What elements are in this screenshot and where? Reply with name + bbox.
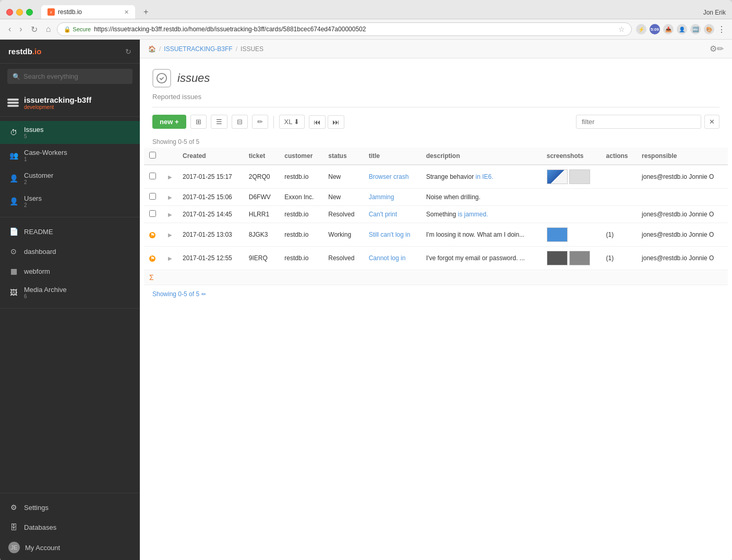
expand-arrow[interactable]: ▶ [168,174,172,180]
row-title[interactable]: Browser crash [364,165,421,189]
row-status: Resolved [323,206,363,223]
grid-view-button[interactable]: ⊞ [190,115,207,129]
forward-button[interactable]: › [17,23,24,35]
page-title: issues [177,71,210,85]
screenshot-thumb-2[interactable] [569,251,590,265]
tab-favicon: r [47,8,55,16]
sidebar-item-users[interactable]: 👤 Users 2 [0,190,140,213]
sidebar-item-databases[interactable]: 🗄 Databases [0,517,140,537]
breadcrumb-home[interactable]: 🏠 [148,45,156,53]
sidebar-item-issues[interactable]: ⏱ Issues 5 [0,121,140,144]
expand-arrow[interactable]: ▶ [168,212,172,217]
search-box[interactable]: 🔍 [7,69,133,84]
tools-section: 📄 README ⊙ dashboard ▦ webform 🖼 Media A… [0,217,140,309]
breadcrumb-db[interactable]: ISSUETRACKING-B3FF [164,45,232,53]
account-icon: JE [8,542,20,553]
card-view-button[interactable]: ✏ [252,115,268,129]
screenshot-thumb-1[interactable] [547,227,568,242]
sidebar-item-label: Customer 2 [24,172,131,185]
screenshot-thumbs [547,169,596,184]
sidebar-item-my-account[interactable]: JE My Account [0,537,140,558]
extension-3[interactable]: 📥 [663,24,674,34]
sidebar-item-settings[interactable]: ⚙ Settings [0,497,140,517]
browser-extensions: ⚡ 5:09 📥 👤 🔤 🎨 ⋮ [636,24,726,34]
last-page-button[interactable]: ⏭ [328,115,344,129]
list-view-button[interactable]: ☰ [211,115,227,129]
screenshot-thumb-2[interactable] [569,169,590,184]
lock-icon: 🔒 [64,26,71,33]
sidebar-item-media-archive[interactable]: 🖼 Media Archive 6 [0,281,140,304]
header-title: title [364,148,421,165]
sidebar-item-label: Case-Workers 1 [24,149,131,162]
row-checkbox[interactable] [149,210,156,217]
row-checkbox[interactable] [149,193,156,200]
breadcrumb-current: ISSUES [241,45,263,53]
select-all-checkbox[interactable] [149,152,156,159]
bookmark-icon[interactable]: ☆ [618,25,625,33]
title-link[interactable]: Still can't log in [369,231,411,238]
url-bar[interactable]: 🔒 Secure https://issuetracking-b3ff.rest… [57,22,632,36]
row-title: Can't print [364,206,421,223]
settings-section: ⚙ Settings 🗄 Databases JE My Account [0,493,140,560]
filter-clear-button[interactable]: ✕ [704,115,719,129]
screenshot-thumbs [547,251,596,265]
more-tools-button[interactable]: ⋮ [717,25,726,34]
search-input[interactable] [23,72,127,80]
sidebar-item-dashboard[interactable]: ⊙ dashboard [0,241,140,261]
row-customer: restdb.io [279,247,323,270]
extension-1[interactable]: ⚡ [636,24,646,34]
home-button[interactable]: ⌂ [44,23,53,35]
row-checkbox-cell: ⚑ [144,247,163,270]
refresh-icon[interactable]: ↻ [125,47,131,56]
back-button[interactable]: ‹ [6,23,13,35]
row-ticket: 9IERQ [244,247,280,270]
expand-arrow[interactable]: ▶ [168,194,172,200]
sidebar-item-readme[interactable]: 📄 README [0,222,140,241]
row-checkbox[interactable] [149,173,156,179]
row-responsible: jones@restdb.io Jonnie O [637,223,728,247]
close-button[interactable] [6,9,13,16]
extension-5[interactable]: 🔤 [690,24,701,34]
showing-bottom[interactable]: Showing 0-5 of 5 ✏ [140,285,732,303]
users-icon: 👤 [8,196,19,206]
sidebar-item-webform[interactable]: ▦ webform [0,261,140,281]
extension-2[interactable]: 5:09 [650,24,660,34]
reload-button[interactable]: ↻ [29,23,40,35]
row-actions [601,189,637,206]
maximize-button[interactable] [26,9,33,16]
title-link[interactable]: Cannot log in [369,254,406,262]
filter-input[interactable] [576,115,701,129]
title-link[interactable]: Can't print [369,211,397,218]
browser-tab[interactable]: r restdb.io ✕ [41,5,135,19]
title-link[interactable]: Jamming [369,193,394,201]
url-text: https://issuetracking-b3ff.restdb.io/hom… [94,26,615,33]
minimize-button[interactable] [16,9,23,16]
row-responsible [637,189,728,206]
expand-arrow[interactable]: ▶ [168,232,172,238]
export-button[interactable]: XL ⬇ [279,115,305,129]
gear-icon[interactable]: ⚙✏ [710,44,724,54]
row-actions [601,206,637,223]
customer-icon: 👤 [8,173,19,184]
table-view-button[interactable]: ⊟ [232,115,248,129]
screenshot-thumb-1[interactable] [547,251,568,265]
first-page-button[interactable]: ⏮ [309,115,326,129]
search-icon: 🔍 [13,73,20,80]
sidebar-item-customer[interactable]: 👤 Customer 2 [0,167,140,190]
title-link[interactable]: Browser crash [369,173,409,180]
secure-label: Secure [73,26,91,32]
traffic-lights [6,9,33,16]
tab-close-button[interactable]: ✕ [124,9,129,16]
expand-arrow[interactable]: ▶ [168,255,172,261]
edit-icon[interactable]: ✏ [201,291,206,298]
row-created: 2017-01-25 13:03 [177,223,244,247]
new-record-button[interactable]: new + [152,115,186,129]
new-tab-button[interactable]: + [139,5,152,19]
extension-4[interactable]: 👤 [677,24,687,34]
sidebar-item-case-workers[interactable]: 👥 Case-Workers 1 [0,144,140,167]
toolbar-separator [273,116,274,128]
extension-6[interactable]: 🎨 [704,24,714,34]
row-expand-cell: ▶ [163,189,177,206]
browser-titlebar: r restdb.io ✕ + Jon Erik [0,0,732,19]
screenshot-thumb-1[interactable] [547,169,568,184]
